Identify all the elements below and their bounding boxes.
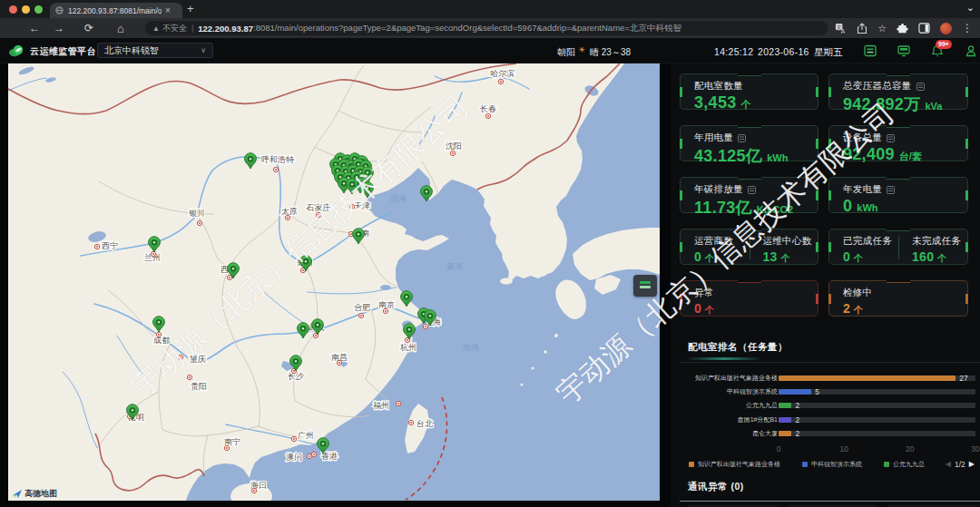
forward-button[interactable]: → <box>45 22 73 34</box>
bar-row: 知识产权出版社气象路业务楼 27 <box>688 371 980 385</box>
monitor-icon[interactable] <box>897 44 910 57</box>
title-underline-glow <box>688 357 760 360</box>
back-button[interactable]: ← <box>24 22 45 34</box>
tab-strip: 122.200.93.87:8081/main/ope × + ⌄ <box>0 0 980 18</box>
legend-item[interactable]: 公元九九总 <box>884 460 925 469</box>
security-label: 不安全 <box>162 23 187 34</box>
svg-text:福州: 福州 <box>373 401 389 410</box>
svg-text:哈尔滨: 哈尔滨 <box>491 69 515 78</box>
profile-avatar[interactable] <box>940 23 952 34</box>
legend-swatch <box>689 462 694 467</box>
x-axis-tick: 10 <box>840 444 848 453</box>
browser-tab[interactable]: 122.200.93.87:8081/main/ope × <box>50 3 182 18</box>
bar-fill <box>779 431 791 436</box>
share-icon[interactable] <box>857 23 867 34</box>
comm-divider <box>680 501 980 502</box>
minimize-window-button[interactable] <box>22 5 30 14</box>
svg-text:澳门: 澳门 <box>286 453 302 462</box>
stat-pending-tasks: 未完成任务 160个 <box>898 235 967 264</box>
stat-card-annual-generation: 年发电量 0kWh <box>828 177 968 213</box>
app-title: 云运维监管平台 <box>30 45 96 58</box>
svg-text:杭州: 杭州 <box>400 343 416 352</box>
city-兰州: 兰州 <box>144 251 161 262</box>
bar-fill <box>779 417 791 423</box>
comm-error-section: 通讯异常 (0) <box>680 481 980 507</box>
bar-row: 昆仑大厦 2 <box>688 427 980 441</box>
stat-value: 942.892万kVa <box>843 93 967 115</box>
chart-title: 配电室排名（任务量） <box>680 341 980 354</box>
bar-value: 5 <box>815 387 819 396</box>
bar-label: 公元九九总 <box>688 401 778 410</box>
extensions-puzzle-icon[interactable] <box>897 23 908 34</box>
sea-label: 东海 <box>462 343 479 352</box>
stat-card-abnormal: 异常 0个 <box>680 280 818 317</box>
svg-text:长春: 长春 <box>480 104 496 113</box>
stat-label: 配电室数量 <box>694 80 743 93</box>
bar-row: 公元九九总 2 <box>688 399 980 413</box>
security-warning-icon: ▲ <box>152 24 160 33</box>
map-attribution[interactable]: 高德地图 <box>13 488 57 500</box>
bar-value: 27 <box>959 374 967 383</box>
reload-button[interactable]: ⟳ <box>73 22 105 34</box>
close-tab-icon[interactable]: × <box>165 6 171 15</box>
legend-next-icon[interactable]: ▶ <box>969 460 975 468</box>
svg-text:A: A <box>841 28 846 34</box>
legend-prev-icon[interactable]: ◀ <box>946 460 951 468</box>
side-panel-icon[interactable] <box>918 23 930 34</box>
user-profile-icon[interactable] <box>965 44 977 57</box>
fullscreen-window-button[interactable] <box>34 5 43 14</box>
stat-label: 年碳排放量 <box>694 183 743 196</box>
translate-icon[interactable]: 文A <box>835 23 847 34</box>
stats-panel: 配电室数量 3,453个 总变压器总容量 942.892万kVa 年用电量 <box>671 63 980 507</box>
amap-logo-icon <box>13 490 23 499</box>
task-list-icon[interactable] <box>864 44 877 57</box>
legend-page-number: 1/2 <box>955 460 965 469</box>
globe-favicon-icon <box>55 6 64 15</box>
x-axis-tick: 30 <box>971 444 979 453</box>
stat-detail-icon <box>887 186 895 194</box>
stat-label: 年用电量 <box>694 132 733 144</box>
stat-card-carbon-emission: 年碳排放量 11.73亿Kg CO2 <box>680 177 818 213</box>
svg-text:重庆: 重庆 <box>190 355 206 364</box>
home-button[interactable]: ⌂ <box>105 22 136 35</box>
url-path: :8081/main/operations?pageType=2&pageTag… <box>253 23 820 34</box>
browser-menu-kebab-icon[interactable]: ⋮ <box>962 22 973 34</box>
close-window-button[interactable] <box>9 5 17 14</box>
bar-chart: 知识产权出版社气象路业务楼 27 中科锐智演示系统 5 公元九九总 2 盘固1#… <box>680 371 980 441</box>
map-layers-button[interactable] <box>633 275 657 297</box>
chevron-down-icon[interactable]: ⌄ <box>966 2 975 14</box>
org-select-dropdown[interactable]: 北京中科锐智 ∨ <box>97 43 213 58</box>
notification-bell-icon[interactable]: 99+ <box>931 44 944 57</box>
svg-text:西宁: 西宁 <box>102 241 118 250</box>
chart-legend: 知识产权出版社气象路业务楼 中科锐智演示系统 公元九九总 ◀ 1/2 ▶ <box>680 460 980 469</box>
x-axis: 0102030 <box>680 444 980 453</box>
stat-label: 年发电量 <box>843 183 882 196</box>
legend-item[interactable]: 知识产权出版社气象路业务楼 <box>689 460 780 469</box>
bar-track: 5 <box>779 389 975 395</box>
legend-swatch <box>884 462 889 467</box>
svg-text:呼和浩特: 呼和浩特 <box>261 155 294 164</box>
svg-text:成都: 成都 <box>153 336 170 345</box>
legend-item[interactable]: 中科锐智演示系统 <box>802 460 862 469</box>
bookmark-star-icon[interactable]: ☆ <box>877 23 887 34</box>
new-tab-button[interactable]: + <box>187 2 194 15</box>
select-chevron-icon: ∨ <box>201 46 206 54</box>
bar-fill <box>779 403 791 408</box>
svg-text:长沙: 长沙 <box>288 372 304 381</box>
stat-label: 异常 <box>694 287 714 299</box>
x-axis-tick: 20 <box>906 444 914 453</box>
bar-label: 知识产权出版社气象路业务楼 <box>688 374 778 383</box>
stat-value: 0个 <box>694 300 818 317</box>
china-map[interactable]: 渤海黄海东海 哈尔滨长春沈阳呼和浩特银川西宁兰州太原石家庄天津济南郑州西安合肥南… <box>8 63 660 501</box>
url-separator: | <box>191 24 193 33</box>
legend-pagination: ◀ 1/2 ▶ <box>946 460 975 469</box>
browser-toolbar: ← → ⟳ ⌂ ▲ 不安全 | 122.200.93.87 :8081/main… <box>0 18 980 38</box>
ranking-chart-section: 配电室排名（任务量） 知识产权出版社气象路业务楼 27 中科锐智演示系统 5 公… <box>680 341 980 469</box>
address-bar[interactable]: ▲ 不安全 | 122.200.93.87 :8081/main/operati… <box>145 21 828 35</box>
stat-card-under-maintenance: 检修中 2个 <box>828 280 968 317</box>
stat-value: 92,409台/套 <box>843 145 967 164</box>
stat-card-tasks: 已完成任务 0个 未完成任务 160个 <box>828 229 968 265</box>
sun-icon: ☀ <box>578 45 585 54</box>
legend-swatch <box>802 462 808 467</box>
app-logo-icon <box>8 44 25 57</box>
